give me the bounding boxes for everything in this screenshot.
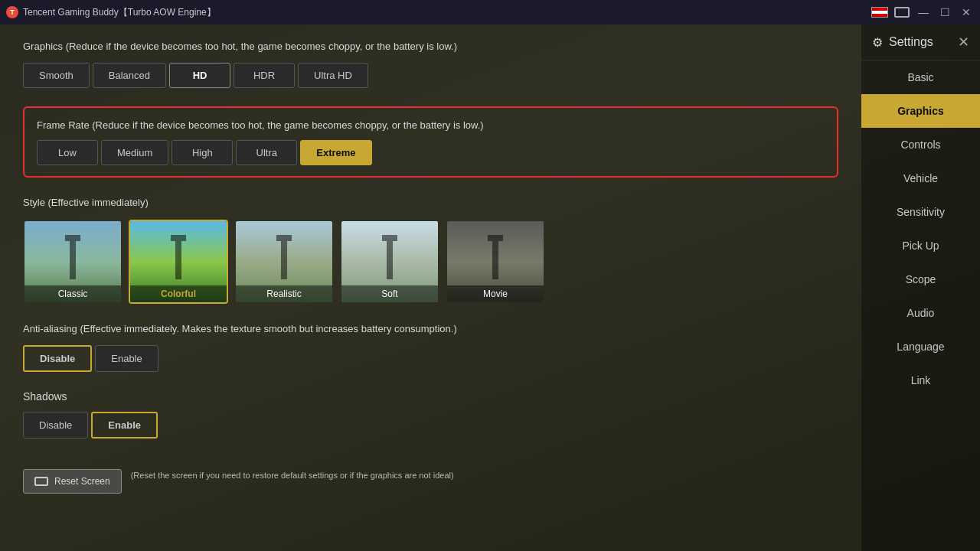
- tower-colorful: [175, 241, 181, 279]
- maximize-button[interactable]: ☐: [937, 5, 952, 20]
- antialiasing-label: Anti-aliasing (Effective immediately. Ma…: [23, 322, 838, 336]
- framerate-ultra-button[interactable]: Ultra: [236, 140, 297, 165]
- style-label: Style (Effective immediately): [23, 196, 838, 210]
- framerate-medium-button[interactable]: Medium: [101, 140, 168, 165]
- style-movie-card[interactable]: Movie: [446, 220, 545, 304]
- graphics-quality-label: Graphics (Reduce if the device becomes t…: [23, 40, 838, 54]
- tower-soft: [387, 241, 393, 279]
- settings-panel: Graphics (Reduce if the device becomes t…: [0, 24, 861, 551]
- app-icon: T: [6, 6, 18, 18]
- nav-basic[interactable]: Basic: [861, 60, 980, 94]
- reset-note: (Reset the screen if you need to restore…: [131, 471, 454, 480]
- monitor-icon: [894, 7, 910, 18]
- quality-hdr-button[interactable]: HDR: [234, 63, 295, 88]
- nav-scope[interactable]: Scope: [861, 262, 980, 296]
- settings-header: ⚙ Settings ✕: [861, 24, 980, 60]
- quality-hd-button[interactable]: HD: [169, 63, 230, 88]
- titlebar-extra: — ☐ ✕: [871, 5, 974, 20]
- titlebar-left: T Tencent Gaming Buddy【Turbo AOW Engine】: [6, 6, 216, 19]
- nav-controls[interactable]: Controls: [861, 128, 980, 161]
- style-soft-card[interactable]: Soft: [340, 220, 439, 304]
- framerate-low-button[interactable]: Low: [37, 140, 98, 165]
- settings-title-group: ⚙ Settings: [872, 35, 933, 50]
- nav-language[interactable]: Language: [861, 330, 980, 364]
- titlebar-close-button[interactable]: ✕: [959, 5, 974, 20]
- reset-screen-button[interactable]: Reset Screen: [23, 469, 122, 494]
- framerate-section: Frame Rate (Reduce if the device becomes…: [23, 106, 838, 178]
- style-realistic-card[interactable]: Realistic: [234, 220, 334, 304]
- nav-link[interactable]: Link: [861, 364, 980, 397]
- tower-realistic: [281, 241, 287, 279]
- tower-classic: [70, 241, 76, 279]
- style-grid: Classic Colorful Realistic Soft: [23, 220, 838, 304]
- style-colorful-label: Colorful: [130, 285, 227, 302]
- titlebar: T Tencent Gaming Buddy【Turbo AOW Engine】…: [0, 0, 980, 24]
- quality-ultrahd-button[interactable]: Ultra HD: [298, 63, 368, 88]
- shadows-disable-button[interactable]: Disable: [23, 412, 88, 439]
- reset-button-label: Reset Screen: [54, 476, 110, 487]
- framerate-high-button[interactable]: High: [172, 140, 233, 165]
- nav-pickup[interactable]: Pick Up: [861, 229, 980, 262]
- nav-sensitivity[interactable]: Sensitivity: [861, 195, 980, 229]
- settings-close-button[interactable]: ✕: [958, 34, 969, 51]
- minimize-button[interactable]: —: [916, 5, 931, 20]
- gear-icon: ⚙: [872, 35, 883, 50]
- settings-title-label: Settings: [889, 35, 933, 49]
- quality-balanced-button[interactable]: Balanced: [93, 63, 166, 88]
- sidebar: ⚙ Settings ✕ Basic Graphics Controls Veh…: [861, 24, 980, 551]
- flag-icon: [871, 7, 888, 18]
- nav-audio[interactable]: Audio: [861, 296, 980, 330]
- nav-graphics[interactable]: Graphics: [861, 94, 980, 128]
- style-classic-card[interactable]: Classic: [23, 220, 122, 304]
- main-area: Graphics (Reduce if the device becomes t…: [0, 24, 980, 551]
- style-colorful-card[interactable]: Colorful: [129, 220, 228, 304]
- antialiasing-group: Disable Enable: [23, 345, 838, 372]
- reset-icon: [34, 477, 48, 486]
- style-realistic-label: Realistic: [236, 285, 332, 302]
- quality-smooth-button[interactable]: Smooth: [23, 63, 90, 88]
- shadows-group: Disable Enable: [23, 412, 838, 439]
- antialiasing-enable-button[interactable]: Enable: [95, 345, 158, 372]
- graphics-quality-group: Smooth Balanced HD HDR Ultra HD: [23, 63, 838, 88]
- nav-items: Basic Graphics Controls Vehicle Sensitiv…: [861, 60, 980, 551]
- framerate-group: Low Medium High Ultra Extreme: [37, 140, 825, 165]
- style-classic-label: Classic: [24, 285, 121, 302]
- shadows-title: Shadows: [23, 390, 838, 403]
- shadows-enable-button[interactable]: Enable: [91, 412, 158, 439]
- titlebar-title: Tencent Gaming Buddy【Turbo AOW Engine】: [23, 6, 216, 19]
- nav-vehicle[interactable]: Vehicle: [861, 161, 980, 195]
- antialiasing-disable-button[interactable]: Disable: [23, 345, 92, 372]
- style-movie-label: Movie: [447, 285, 544, 302]
- style-soft-label: Soft: [341, 285, 438, 302]
- tower-movie: [492, 241, 498, 279]
- framerate-label: Frame Rate (Reduce if the device becomes…: [37, 119, 825, 132]
- framerate-extreme-button[interactable]: Extreme: [300, 140, 371, 165]
